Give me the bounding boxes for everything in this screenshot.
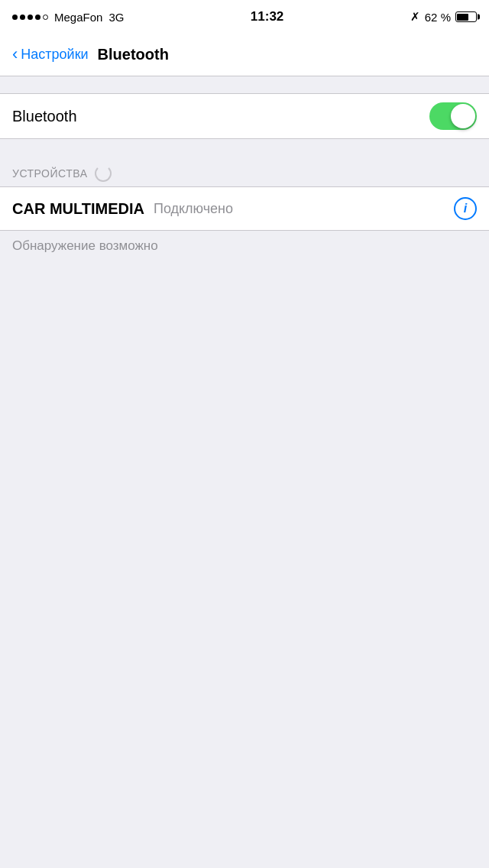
status-bar: MegaFon 3G 11:32 ✗ 62 %: [0, 0, 489, 34]
bluetooth-icon: ✗: [410, 10, 420, 24]
page-title: Bluetooth: [98, 46, 169, 63]
device-name: CAR MULTIMEDIA: [12, 200, 144, 218]
device-info: CAR MULTIMEDIA Подключено: [12, 200, 233, 218]
device-row[interactable]: CAR MULTIMEDIA Подключено i: [0, 186, 489, 231]
bluetooth-row: Bluetooth: [0, 94, 489, 138]
bluetooth-section: Bluetooth: [0, 93, 489, 139]
signal-dots: [12, 15, 48, 20]
devices-section-header: УСТРОЙСТВА: [0, 156, 489, 186]
signal-dot-3: [28, 15, 33, 20]
battery-pct: 62 %: [425, 11, 451, 24]
signal-dot-4: [35, 15, 40, 20]
signal-dot-1: [12, 15, 18, 20]
signal-dot-2: [20, 15, 25, 20]
status-right: ✗ 62 %: [410, 10, 477, 24]
bluetooth-toggle[interactable]: [429, 102, 477, 130]
discovery-text: Обнаружение возможно: [0, 231, 489, 264]
chevron-left-icon: ‹: [12, 46, 18, 63]
signal-dot-5: [43, 15, 48, 20]
battery-indicator: [455, 11, 477, 22]
status-left: MegaFon 3G: [12, 11, 124, 24]
devices-label: УСТРОЙСТВА: [12, 167, 87, 180]
device-info-button[interactable]: i: [454, 197, 477, 220]
top-spacer: [0, 76, 489, 93]
back-button[interactable]: ‹ Настройки: [12, 47, 89, 63]
mid-spacer: [0, 139, 489, 156]
network-label: 3G: [108, 11, 124, 24]
back-label: Настройки: [21, 47, 88, 63]
device-status: Подключено: [154, 201, 233, 217]
status-time: 11:32: [251, 9, 283, 24]
carrier-label: MegaFon: [54, 11, 102, 24]
bluetooth-label: Bluetooth: [12, 108, 77, 125]
loading-spinner: [95, 165, 112, 182]
toggle-knob: [451, 104, 475, 128]
nav-bar: ‹ Настройки Bluetooth: [0, 34, 489, 76]
battery-fill: [457, 14, 468, 21]
